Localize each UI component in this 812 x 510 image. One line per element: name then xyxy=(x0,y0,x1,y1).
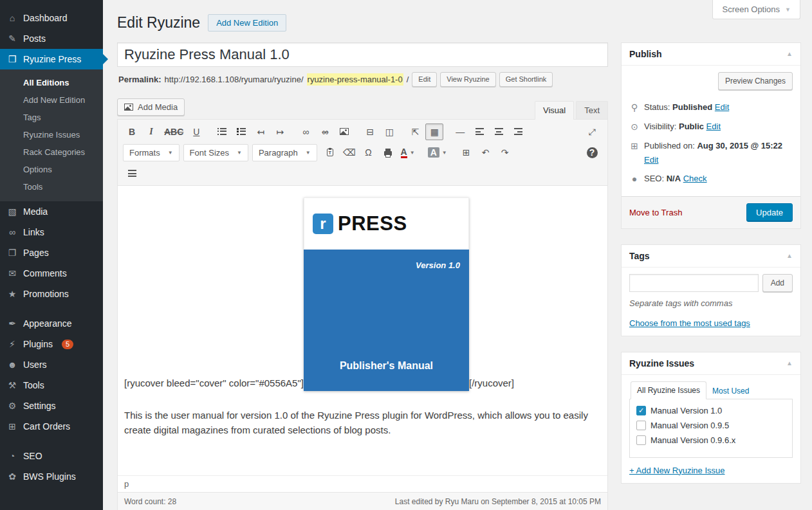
preview-changes-button[interactable]: Preview Changes xyxy=(718,72,793,90)
sidebar-item-cart-orders[interactable]: ⊞Cart Orders xyxy=(0,416,103,437)
fullscreen-button[interactable]: ⇱ xyxy=(406,123,424,140)
issue-label: Manual Version 0.9.6.x xyxy=(651,435,735,445)
collapse-toggle-icon[interactable]: ▲ xyxy=(786,360,793,367)
status-edit-link[interactable]: Edit xyxy=(715,102,729,112)
sidebar-item-bws-plugins[interactable]: ✿BWS Plugins xyxy=(0,466,103,487)
add-new-edition-button[interactable]: Add New Edition xyxy=(208,14,286,32)
chevron-down-icon: ▼ xyxy=(237,150,242,156)
new-tag-input[interactable] xyxy=(629,274,759,292)
move-to-trash-link[interactable]: Move to Trash xyxy=(629,208,682,217)
sidebar-subitem-all-editions[interactable]: All Editions xyxy=(0,74,103,91)
indent-button[interactable]: ↦ xyxy=(271,123,289,140)
special-character-button[interactable]: Ω xyxy=(360,144,378,161)
page-break-button[interactable]: ◫ xyxy=(380,123,398,140)
align-justify-button[interactable] xyxy=(123,165,141,182)
collapse-toggle-icon[interactable]: ▲ xyxy=(786,50,793,57)
sidebar-item-users[interactable]: ☻Users xyxy=(0,354,103,375)
italic-button[interactable]: I xyxy=(142,123,160,140)
strikethrough-button[interactable]: ABC xyxy=(161,123,186,140)
sidebar-item-settings[interactable]: ⚙Settings xyxy=(0,396,103,416)
bullet-list-button[interactable] xyxy=(213,123,231,140)
issue-item-manual-version-0-9-5[interactable]: Manual Version 0.9.5 xyxy=(636,421,786,430)
view-ryuzine-button[interactable]: View Ryuzine xyxy=(440,72,495,87)
sidebar-item-seo[interactable]: ◔SEO xyxy=(0,446,103,466)
sidebar-item-pages[interactable]: ❐Pages xyxy=(0,242,103,263)
sidebar-item-tools[interactable]: ⚒Tools xyxy=(0,375,103,396)
issue-item-manual-version-1-0[interactable]: ✓Manual Version 1.0 xyxy=(636,406,786,415)
toolbar-toggle-button[interactable]: ▦ xyxy=(425,123,443,140)
align-left-button[interactable] xyxy=(470,123,488,140)
publish-box-header[interactable]: Publish ▲ xyxy=(622,43,800,66)
clear-formatting-button[interactable]: ⌫ xyxy=(340,144,358,161)
element-path[interactable]: p xyxy=(118,475,607,492)
checkbox-icon[interactable] xyxy=(636,421,646,430)
sidebar-item-plugins[interactable]: ⚡Plugins5 xyxy=(0,334,103,354)
tags-box-header[interactable]: Tags ▲ xyxy=(622,245,800,268)
paste-as-text-button[interactable] xyxy=(321,144,339,161)
visibility-edit-link[interactable]: Edit xyxy=(706,122,721,131)
tab-text[interactable]: Text xyxy=(576,101,608,119)
underline-button[interactable]: U xyxy=(187,123,205,140)
sidebar-subitem-ryuzine-issues[interactable]: Ryuzine Issues xyxy=(0,126,103,143)
add-tag-button[interactable]: Add xyxy=(762,274,793,292)
sidebar-subitem-add-new-edition[interactable]: Add New Edition xyxy=(0,91,103,109)
link-icon: ∞ xyxy=(302,127,309,136)
font-sizes-dropdown[interactable]: Font Sizes▼ xyxy=(183,144,248,161)
sidebar-item-promotions[interactable]: ★Promotions xyxy=(0,284,103,304)
tab-all-ryuzine-issues[interactable]: All Ryuzine Issues xyxy=(631,381,706,399)
tab-visual[interactable]: Visual xyxy=(535,101,574,120)
editor-content[interactable]: [ryucover bleed="cover" color="#0556A5"]… xyxy=(118,186,607,475)
sidebar-subitem-options[interactable]: Options xyxy=(0,161,103,178)
undo-button[interactable]: ↶ xyxy=(477,144,495,161)
hr-button[interactable]: — xyxy=(451,123,469,140)
distraction-free-button[interactable]: ⤢ xyxy=(583,123,601,140)
sidebar-subitem-tools[interactable]: Tools xyxy=(0,178,103,196)
sidebar-subitem-rack-categories[interactable]: Rack Categories xyxy=(0,143,103,161)
background-color-button[interactable]: A▼ xyxy=(425,144,450,161)
update-button[interactable]: Update xyxy=(746,203,793,222)
issues-box-header[interactable]: Ryuzine Issues ▲ xyxy=(622,352,800,375)
bold-button[interactable]: B xyxy=(123,123,141,140)
align-center-button[interactable] xyxy=(490,123,508,140)
align-right-button[interactable] xyxy=(509,123,527,140)
add-media-button[interactable]: Add Media xyxy=(117,98,185,116)
screen-options-tab[interactable]: Screen Options ▼ xyxy=(712,0,800,19)
checkbox-icon[interactable] xyxy=(636,435,646,445)
cover-image[interactable]: r PRESS Version 1.0 Publisher's Manual xyxy=(304,197,469,391)
seo-check-link[interactable]: Check xyxy=(683,174,707,183)
sidebar-item-posts[interactable]: ✎Posts xyxy=(0,28,103,49)
add-new-ryuzine-issue-link[interactable]: + Add New Ryuzine Issue xyxy=(629,466,725,475)
numbered-list-button[interactable] xyxy=(232,123,250,140)
collapse-toggle-icon[interactable]: ▲ xyxy=(786,252,793,259)
tab-most-used[interactable]: Most Used xyxy=(706,383,755,399)
outdent-button[interactable]: ↤ xyxy=(252,123,270,140)
permalink-slug[interactable]: ryuzine-press-manual-1-0 xyxy=(307,73,403,86)
sidebar-item-links[interactable]: ∞Links xyxy=(0,222,103,242)
sidebar-item-dashboard[interactable]: ⌂Dashboard xyxy=(0,8,103,28)
sidebar-subitem-tags[interactable]: Tags xyxy=(0,109,103,126)
print-button[interactable] xyxy=(379,144,397,161)
link-button[interactable]: ∞ xyxy=(297,123,315,140)
issue-item-manual-version-0-9-6-x[interactable]: Manual Version 0.9.6.x xyxy=(636,435,786,445)
image-button[interactable] xyxy=(335,123,353,140)
sidebar-item-ryuzine-press[interactable]: ❒Ryuzine Press xyxy=(0,49,103,69)
help-button[interactable]: ? xyxy=(583,144,601,161)
published-edit-link[interactable]: Edit xyxy=(644,155,658,165)
text-color-button[interactable]: A▼ xyxy=(398,144,418,161)
choose-most-used-tags-link[interactable]: Choose from the most used tags xyxy=(629,318,750,328)
edit-permalink-button[interactable]: Edit xyxy=(412,72,437,87)
sidebar-item-appearance[interactable]: ✒Appearance xyxy=(0,313,103,334)
table-button[interactable]: ⊞ xyxy=(457,144,475,161)
post-title-input[interactable] xyxy=(117,42,608,67)
media-tabs-row: Add Media VisualText xyxy=(117,98,608,119)
unlink-button[interactable]: ∞ xyxy=(316,123,334,140)
checkbox-checked-icon[interactable]: ✓ xyxy=(636,406,646,415)
distraction-free-icon: ⤢ xyxy=(588,127,595,136)
read-more-button[interactable]: ⊟ xyxy=(361,123,379,140)
paragraph-dropdown[interactable]: Paragraph▼ xyxy=(252,144,317,161)
sidebar-item-media[interactable]: ▧Media xyxy=(0,201,103,222)
redo-button[interactable]: ↷ xyxy=(496,144,514,161)
get-shortlink-button[interactable]: Get Shortlink xyxy=(499,72,553,87)
formats-dropdown[interactable]: Formats▼ xyxy=(123,144,180,161)
sidebar-item-comments[interactable]: ✉Comments xyxy=(0,263,103,284)
